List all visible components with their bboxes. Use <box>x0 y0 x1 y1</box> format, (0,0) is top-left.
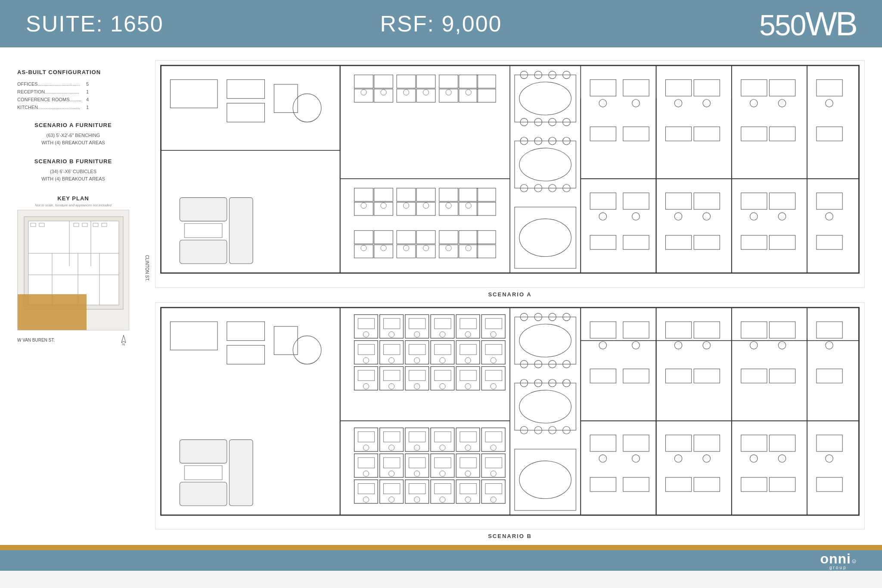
north-arrow-icon: N <box>118 334 129 345</box>
svg-rect-16 <box>18 294 87 330</box>
svg-rect-363 <box>180 439 227 463</box>
svg-text:N: N <box>122 342 125 345</box>
scenario-b-label: SCENARIO B <box>155 533 865 539</box>
onni-logo: onni R group <box>820 551 856 570</box>
registered-icon: R <box>852 559 856 563</box>
config-title: AS-BUILT CONFIGURATION <box>17 69 129 75</box>
street-bottom-label: W VAN BUREN ST. <box>17 338 55 342</box>
config-reception: RECEPTION.......................... 1 <box>17 89 129 94</box>
clinton-street-label: CLINTON ST. <box>145 255 149 281</box>
rsf-label: RSF: 9,000 <box>380 11 502 37</box>
svg-rect-364 <box>180 482 227 506</box>
svg-rect-168 <box>229 198 253 264</box>
key-plan-section: KEY PLAN Not to scale, furniture and app… <box>17 195 129 345</box>
config-conference: CONFERENCE ROOMS......... 4 <box>17 97 129 102</box>
svg-rect-167 <box>180 240 227 264</box>
scenario-a-desc: (63) 5'-X2'-6" BENCHINGWITH (4) BREAKOUT… <box>17 132 129 146</box>
key-plan-svg <box>17 210 129 330</box>
conference-value: 4 <box>86 97 89 102</box>
reception-value: 1 <box>86 89 89 94</box>
scenario-a-floorplan <box>155 60 865 288</box>
config-offices: OFFICES................................ … <box>17 81 129 87</box>
scenario-a-container: SCENARIO A <box>155 60 865 298</box>
offices-value: 5 <box>86 81 89 87</box>
scenario-b-container: SCENARIO B <box>155 302 865 540</box>
config-kitchen: KITCHEN................................ … <box>17 105 129 110</box>
header: SUITE: 1650 RSF: 9,000 550WB <box>0 0 882 47</box>
kitchen-value: 1 <box>86 105 89 110</box>
reception-label: RECEPTION.......................... <box>17 89 86 94</box>
footer-gold-bar <box>0 545 882 550</box>
scenario-b-title: SCENARIO B FURNITURE <box>17 158 129 165</box>
scenario-b-floorplan <box>155 302 865 530</box>
main-content: AS-BUILT CONFIGURATION OFFICES..........… <box>0 47 882 545</box>
key-plan-title: KEY PLAN <box>17 195 129 202</box>
svg-text:R: R <box>853 560 855 563</box>
onni-text: onni <box>820 551 851 567</box>
conference-label: CONFERENCE ROOMS......... <box>17 97 86 102</box>
scenario-b-desc: (34) 6'-X6' CUBICLESWITH (4) BREAKOUT AR… <box>17 168 129 182</box>
group-text: group <box>829 565 847 570</box>
svg-marker-18 <box>121 335 126 343</box>
scenario-a-title: SCENARIO A FURNITURE <box>17 122 129 128</box>
key-plan-note: Not to scale, furniture and appliances n… <box>17 203 129 207</box>
kitchen-label: KITCHEN................................ <box>17 105 86 110</box>
scenario-a-label: SCENARIO A <box>155 291 865 298</box>
svg-rect-2 <box>28 221 119 305</box>
svg-rect-365 <box>229 439 253 505</box>
offices-label: OFFICES................................ <box>17 81 86 87</box>
right-panel: SCENARIO A <box>146 56 882 536</box>
left-panel: AS-BUILT CONFIGURATION OFFICES..........… <box>0 56 146 536</box>
building-logo: 550WB <box>759 4 856 44</box>
svg-rect-166 <box>180 198 227 221</box>
footer-blue-bar: onni R group <box>0 550 882 571</box>
suite-label: SUITE: 1650 <box>26 11 164 37</box>
